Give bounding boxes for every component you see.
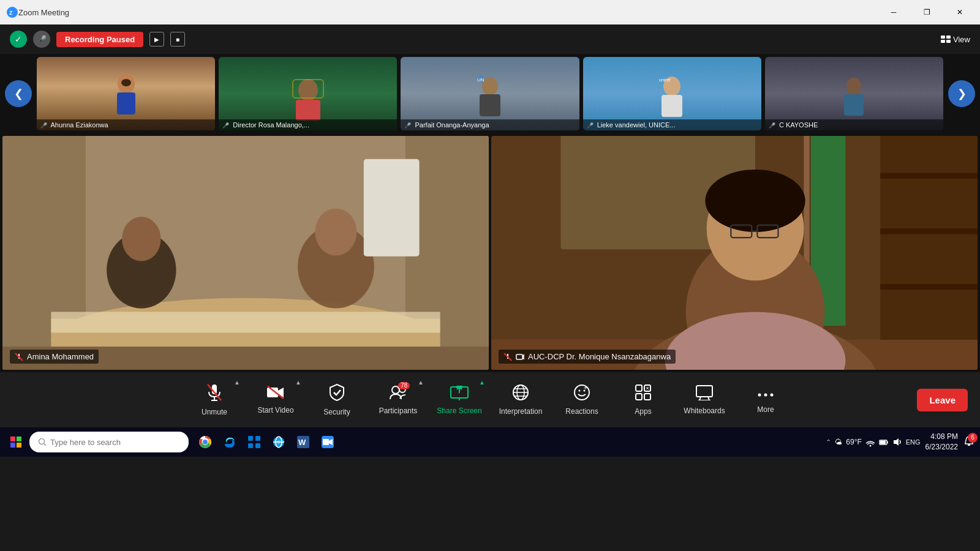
more-dots-icon — [757, 386, 774, 402]
svg-rect-101 — [255, 436, 260, 441]
battery-icon — [879, 437, 889, 447]
leave-button[interactable]: Leave — [917, 389, 968, 411]
taskbar: W ⌃ 🌤 69°F — [0, 427, 980, 457]
svg-rect-7 — [117, 92, 135, 114]
svg-rect-37 — [880, 173, 978, 179]
language-indicator: ENG — [906, 438, 921, 446]
svg-rect-31 — [364, 159, 420, 257]
tray-expand-icon[interactable]: ⌃ — [826, 438, 831, 446]
interpretation-label: Interpretation — [499, 407, 543, 416]
start-video-caret[interactable]: ▲ — [295, 379, 301, 386]
svg-rect-100 — [248, 436, 253, 441]
svg-rect-82 — [644, 394, 650, 400]
camera-icon-right — [516, 353, 524, 361]
svg-point-90 — [764, 394, 767, 397]
taskbar-ie-icon[interactable] — [267, 430, 290, 454]
reactions-button[interactable]: + Reactions — [551, 375, 612, 424]
whiteboards-button[interactable]: Whiteboards — [674, 375, 735, 424]
close-button[interactable]: ✕ — [946, 3, 974, 21]
share-screen-button[interactable]: ▲ Share Screen — [429, 375, 490, 424]
whiteboards-icon — [696, 384, 713, 403]
top-toolbar: ✓ 🎤 Recording Paused ▶ ■ View — [0, 24, 980, 54]
notification-area[interactable]: 6 — [963, 435, 975, 449]
participant-name-4: 🎤 Lieke vandewiel, UNICE... — [583, 119, 761, 130]
taskbar-word-icon[interactable]: W — [292, 430, 315, 454]
participant-thumb-3: UN 🎤 Parfait Onanga-Anyanga — [401, 57, 579, 130]
svg-rect-94 — [10, 443, 15, 448]
svg-point-8 — [121, 79, 131, 86]
apps-button[interactable]: Apps — [612, 375, 674, 424]
microphone-icon — [206, 383, 222, 404]
maximize-button[interactable]: ❐ — [913, 3, 941, 21]
volume-icon — [892, 437, 902, 447]
unmute-caret[interactable]: ▲ — [234, 379, 240, 386]
mic-icon-4: 🎤 — [587, 122, 594, 129]
participant-thumb-4: unicef 🎤 Lieke vandewiel, UNICE... — [583, 57, 761, 130]
participant-strip: ❮ 🎤 Ahunna Eziakonwa 🎤 Director Rosa Mal… — [0, 54, 980, 133]
unmute-button[interactable]: ▲ Unmute — [184, 375, 245, 424]
svg-rect-26 — [51, 312, 440, 332]
strip-nav-left[interactable]: ❮ — [5, 80, 32, 107]
security-button[interactable]: Security — [306, 375, 368, 424]
svg-rect-92 — [10, 437, 15, 441]
reactions-emoji-icon: + — [573, 384, 590, 403]
start-video-label: Start Video — [257, 406, 293, 414]
view-button[interactable]: View — [941, 35, 970, 44]
taskbar-search-box[interactable] — [29, 432, 189, 452]
svg-point-112 — [869, 445, 871, 447]
recording-play-button[interactable]: ▶ — [149, 32, 164, 47]
taskbar-edge-icon[interactable] — [218, 430, 241, 454]
main-video-right: AUC-DCP Dr. Monique Nsanzabaganwa — [491, 136, 978, 370]
svg-rect-36 — [880, 136, 978, 370]
taskbar-chrome-icon[interactable] — [194, 430, 217, 454]
security-shield-icon — [329, 383, 345, 404]
main-participant-name-right: AUC-DCP Dr. Monique Nsanzabaganwa — [528, 352, 671, 361]
main-participant-name-left: Amina Mohammed — [27, 352, 94, 361]
start-button[interactable] — [5, 431, 27, 453]
system-tray: ⌃ 🌤 69°F ENG — [826, 437, 920, 447]
minimize-button[interactable]: ─ — [880, 3, 908, 21]
video-label-right: AUC-DCP Dr. Monique Nsanzabaganwa — [499, 350, 676, 364]
svg-point-76 — [579, 390, 581, 392]
taskbar-right: ⌃ 🌤 69°F ENG 4:08 PM 6/23/2022 — [826, 432, 975, 452]
weather-cloud-icon: 🌤 — [835, 438, 842, 446]
more-button[interactable]: More — [735, 375, 796, 424]
svg-rect-85 — [696, 386, 712, 397]
participant-thumb-2: 🎤 Director Rosa Malango,... — [219, 57, 397, 130]
participant-name-2: 🎤 Director Rosa Malango,... — [219, 119, 397, 130]
svg-rect-13 — [480, 94, 500, 116]
recording-label: Recording Paused — [65, 35, 135, 44]
search-input[interactable] — [50, 438, 180, 447]
apps-label: Apps — [635, 407, 651, 416]
share-screen-caret[interactable]: ▲ — [479, 379, 485, 386]
svg-rect-103 — [255, 443, 260, 448]
svg-rect-55 — [516, 354, 522, 359]
mute-icon-right — [503, 353, 512, 361]
participants-caret[interactable]: ▲ — [418, 379, 424, 386]
svg-text:W: W — [298, 438, 306, 447]
zoom-logo-icon: Z — [6, 6, 18, 18]
participant-name-3: 🎤 Parfait Onanga-Anyanga — [401, 119, 579, 130]
svg-rect-4 — [941, 40, 945, 43]
interpretation-globe-icon — [512, 384, 529, 403]
taskbar-zoom-icon[interactable] — [316, 430, 339, 454]
recording-stop-button[interactable]: ■ — [170, 32, 185, 47]
svg-point-28 — [122, 217, 161, 261]
svg-text:UN: UN — [477, 77, 484, 83]
svg-rect-20 — [844, 94, 864, 116]
participants-icon: + 78 — [389, 384, 407, 403]
recording-paused-button[interactable]: Recording Paused — [56, 32, 143, 47]
window-title: Zoom Meeting — [18, 8, 880, 17]
strip-nav-right[interactable]: ❯ — [948, 80, 975, 107]
more-label: More — [757, 405, 774, 414]
taskbar-windows-grid-icon[interactable] — [243, 430, 266, 454]
participants-button[interactable]: ▲ + 78 Participants — [368, 375, 429, 424]
mic-icon-3: 🎤 — [404, 122, 411, 129]
svg-rect-114 — [887, 441, 888, 443]
svg-rect-5 — [946, 40, 951, 43]
mic-icon-1: 🎤 — [40, 122, 47, 129]
interpretation-button[interactable]: Interpretation — [490, 375, 551, 424]
whiteboards-label: Whiteboards — [684, 407, 725, 415]
start-video-button[interactable]: ▲ Start Video — [245, 375, 306, 424]
clock-date: 6/23/2022 — [925, 442, 958, 452]
